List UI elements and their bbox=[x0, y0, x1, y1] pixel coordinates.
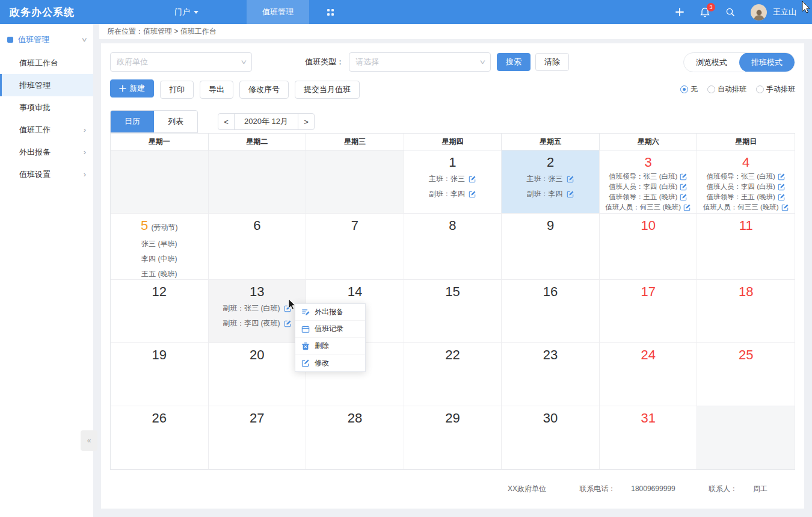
duty-entry: 副班：张三 (白班) bbox=[209, 301, 306, 316]
sidebar-item[interactable]: ›外出报备 bbox=[0, 141, 93, 163]
duty-entry-text: 值班人员：李四 (白班) bbox=[707, 182, 775, 191]
user-avatar[interactable] bbox=[751, 4, 767, 20]
weekday-header: 星期二 bbox=[209, 134, 307, 150]
toolbar-button[interactable]: 修改序号 bbox=[239, 81, 289, 99]
duty-entry-text: 值班领导：张三 (白班) bbox=[609, 172, 677, 181]
calendar-day-cell[interactable]: 12 bbox=[111, 280, 209, 343]
schedule-mode-button[interactable]: 排班模式 bbox=[739, 52, 795, 72]
clear-button[interactable]: 清除 bbox=[535, 53, 569, 71]
calendar-day-cell[interactable]: 18 bbox=[697, 280, 795, 343]
chevron-down-icon: ˅ bbox=[241, 58, 247, 66]
org-unit-select[interactable]: 政府单位 ˅ bbox=[110, 52, 252, 72]
tab-list[interactable]: 列表 bbox=[154, 111, 197, 132]
calendar-day-cell[interactable]: 2主班：张三副班：李四 bbox=[502, 150, 600, 214]
calendar-day-cell[interactable]: 3值班领导：张三 (白班)值班人员：李四 (白班)值班领导：王五 (晚班)值班人… bbox=[600, 150, 698, 214]
tab-calendar[interactable]: 日历 bbox=[111, 111, 154, 132]
edit-icon[interactable] bbox=[781, 203, 789, 211]
calendar-day-cell[interactable]: 26 bbox=[111, 406, 209, 469]
calendar-day-cell[interactable]: 1主班：张三副班：李四 bbox=[404, 150, 502, 214]
edit-icon[interactable] bbox=[284, 320, 292, 327]
prev-month-button[interactable]: < bbox=[218, 113, 235, 130]
calendar-day-cell[interactable]: 15 bbox=[404, 280, 502, 343]
calendar-day-cell[interactable]: 9 bbox=[502, 214, 600, 280]
edit-icon[interactable] bbox=[567, 190, 574, 198]
weekday-header: 星期一 bbox=[111, 134, 209, 150]
context-menu-item[interactable]: 删除 bbox=[295, 338, 365, 354]
context-menu-label: 值班记录 bbox=[315, 324, 343, 334]
menu-square-icon bbox=[7, 37, 13, 43]
calendar-day-cell[interactable]: 27 bbox=[209, 406, 307, 469]
context-menu-item[interactable]: 值班记录 bbox=[295, 321, 365, 338]
toolbar-button[interactable]: 导出 bbox=[200, 81, 233, 99]
day-number: 23 bbox=[502, 346, 599, 364]
next-month-button[interactable]: > bbox=[298, 113, 315, 130]
context-menu-label: 修改 bbox=[315, 358, 329, 368]
calendar-day-cell[interactable]: 31 bbox=[600, 406, 698, 469]
add-icon[interactable] bbox=[675, 7, 684, 17]
calendar-day-cell[interactable]: 4值班领导：张三 (白班)值班人员：李四 (白班)值班领导：王五 (晚班)值班人… bbox=[697, 150, 795, 214]
context-menu-item[interactable]: 外出报备 bbox=[295, 304, 365, 321]
sidebar-item[interactable]: 排班管理 bbox=[0, 74, 93, 96]
calendar-day-cell[interactable]: 10 bbox=[600, 214, 698, 280]
edit-icon[interactable] bbox=[284, 305, 292, 312]
calendar-day-cell[interactable]: 16 bbox=[502, 280, 600, 343]
calendar-day-cell[interactable]: 17 bbox=[600, 280, 698, 343]
sidebar-item[interactable]: 值班工作台 bbox=[0, 52, 93, 74]
sidebar-item[interactable]: ›值班工作 bbox=[0, 119, 93, 141]
search-button[interactable]: 搜索 bbox=[497, 53, 531, 71]
edit-icon[interactable] bbox=[680, 183, 687, 191]
calendar-day-cell[interactable]: 11 bbox=[697, 214, 795, 280]
edit-icon[interactable] bbox=[680, 193, 687, 201]
calendar-day-cell[interactable]: 8 bbox=[404, 214, 502, 280]
calendar-day-cell[interactable]: 19 bbox=[111, 343, 209, 406]
view-tabs: 日历 列表 bbox=[110, 110, 198, 133]
calendar-day-cell[interactable]: 24 bbox=[600, 343, 698, 406]
edit-icon[interactable] bbox=[778, 183, 786, 191]
duty-type-select[interactable]: 请选择 ˅ bbox=[349, 52, 491, 72]
calendar-day-cell[interactable]: 25 bbox=[697, 343, 795, 406]
notification-bell-icon[interactable]: 3 bbox=[700, 7, 710, 17]
duty-entry: 主班：张三 bbox=[404, 172, 502, 187]
radio-option[interactable]: 自动排班 bbox=[707, 84, 746, 94]
sidebar-item[interactable]: 事项审批 bbox=[0, 96, 93, 119]
nav-tab-duty-management[interactable]: 值班管理 bbox=[247, 0, 309, 24]
search-icon[interactable] bbox=[725, 7, 735, 17]
sidebar-collapse-button[interactable]: « bbox=[81, 430, 97, 451]
username[interactable]: 王立山 bbox=[773, 7, 796, 17]
apps-grid-icon[interactable] bbox=[327, 9, 334, 16]
browse-mode-button[interactable]: 浏览模式 bbox=[684, 52, 739, 72]
calendar-day-cell[interactable]: 20 bbox=[209, 343, 307, 406]
sidebar-group-duty-management[interactable]: 值班管理 ˅ bbox=[0, 28, 93, 52]
day-number: 29 bbox=[404, 409, 502, 427]
weekday-header: 星期三 bbox=[306, 134, 404, 150]
edit-icon[interactable] bbox=[778, 193, 786, 201]
edit-icon[interactable] bbox=[683, 203, 691, 211]
edit-icon[interactable] bbox=[680, 173, 687, 181]
edit-icon[interactable] bbox=[469, 175, 476, 183]
calendar-day-cell[interactable]: 28 bbox=[306, 406, 404, 469]
calendar-day-cell[interactable]: 23 bbox=[502, 343, 600, 406]
sidebar-item[interactable]: ›值班设置 bbox=[0, 163, 93, 185]
calendar-day-cell[interactable]: 22 bbox=[404, 343, 502, 406]
edit-icon[interactable] bbox=[778, 173, 786, 181]
toolbar-button[interactable]: 打印 bbox=[160, 81, 194, 99]
report-icon bbox=[301, 308, 310, 317]
radio-option[interactable]: 手动排班 bbox=[756, 84, 795, 94]
calendar-day-cell[interactable]: 13副班：张三 (白班)副班：李四 (夜班) bbox=[209, 280, 307, 343]
toolbar-button[interactable]: 提交当月值班 bbox=[295, 81, 360, 99]
calendar-day-cell[interactable]: 7 bbox=[306, 214, 404, 280]
calendar-day-cell[interactable]: 30 bbox=[502, 406, 600, 469]
edit-icon[interactable] bbox=[469, 190, 476, 198]
radio-option[interactable]: 无 bbox=[680, 84, 698, 94]
day-number: 10 bbox=[600, 217, 697, 235]
edit-icon[interactable] bbox=[567, 175, 574, 183]
calendar-day-cell[interactable]: 29 bbox=[404, 406, 502, 469]
context-menu-item[interactable]: 修改 bbox=[295, 354, 365, 371]
new-button[interactable]: 新建 bbox=[110, 79, 154, 98]
nav-portal-menu[interactable]: 门户 bbox=[174, 7, 198, 17]
day-number: 19 bbox=[111, 346, 208, 364]
calendar-day-cell[interactable]: 6 bbox=[209, 214, 307, 280]
calendar-day-cell[interactable]: 5 (劳动节)张三 (早班)李四 (中班)王五 (晚班) bbox=[111, 214, 209, 280]
weekday-header: 星期四 bbox=[404, 134, 502, 150]
day-number: 14 bbox=[306, 283, 404, 301]
